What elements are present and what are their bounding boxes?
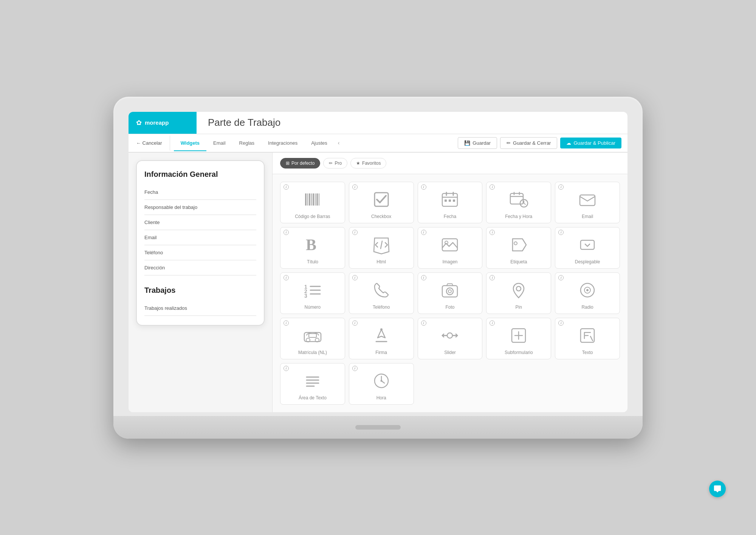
tab-integraciones[interactable]: Integraciones <box>261 136 304 151</box>
svg-line-25 <box>381 241 382 249</box>
svg-rect-36 <box>442 286 457 297</box>
svg-line-22 <box>524 203 525 204</box>
widget-label-area-texto: Área de Texto <box>299 395 327 400</box>
widget-filters: ⊞ Por defecto ✏ Pro ★ Favoritos <box>273 153 627 174</box>
filter-por-defecto[interactable]: ⊞ Por defecto <box>280 158 320 169</box>
form-field-direccion: Dirección <box>144 260 256 275</box>
widget-codigo-barras[interactable]: i <box>280 182 345 223</box>
widget-info-icon: i <box>490 320 495 326</box>
svg-point-38 <box>448 290 451 293</box>
filter-favoritos-label: Favoritos <box>362 161 381 166</box>
widget-icon-area-texto <box>301 370 324 392</box>
widget-icon-hora <box>370 370 393 392</box>
widget-imagen[interactable]: i Imagen <box>418 227 483 269</box>
form-field-responsable: Responsable del trabajo <box>144 200 256 215</box>
tab-widgets[interactable]: Widgets <box>174 136 206 151</box>
brand: ✿ moreapp <box>129 112 197 134</box>
filter-favoritos[interactable]: ★ Favoritos <box>350 158 386 169</box>
widget-html[interactable]: i Html <box>349 227 414 269</box>
laptop-screen: ✿ moreapp Parte de Trabajo ← Cancelar Wi… <box>129 112 627 412</box>
widget-info-icon: i <box>490 184 495 190</box>
widget-etiqueta[interactable]: i Etiqueta <box>486 227 551 269</box>
svg-rect-0 <box>305 193 307 206</box>
topbar: ✿ moreapp Parte de Trabajo <box>129 112 627 134</box>
widget-info-icon: i <box>490 275 495 280</box>
widget-info-icon: i <box>558 230 564 235</box>
widget-info-icon: i <box>352 320 358 326</box>
widget-label-radio: Radio <box>581 305 593 310</box>
widget-matricula[interactable]: i Matrícula (NL) <box>280 318 345 359</box>
widget-firma[interactable]: i Firma <box>349 318 414 359</box>
widget-numero[interactable]: i 1 2 3 Núm <box>280 272 345 314</box>
save-close-label: Guardar & Cerrar <box>513 140 551 146</box>
form-section2-title: Trabajos <box>144 286 256 295</box>
widget-info-icon: i <box>284 366 289 371</box>
widget-icon-numero: 1 2 3 <box>301 279 324 302</box>
svg-point-37 <box>446 288 453 295</box>
widget-label-firma: Firma <box>375 350 387 355</box>
widget-telefono[interactable]: i Teléfono <box>349 272 414 314</box>
publish-button[interactable]: ☁ Guardar & Publicar <box>560 138 621 148</box>
widget-label-fecha: Fecha <box>444 214 456 219</box>
widget-label-slider: Slider <box>444 350 456 355</box>
laptop-container: ✿ moreapp Parte de Trabajo ← Cancelar Wi… <box>113 97 643 439</box>
tab-reglas[interactable]: Reglas <box>232 136 261 151</box>
publish-icon: ☁ <box>566 140 571 146</box>
widget-fecha[interactable]: i <box>418 182 483 223</box>
filter-pro[interactable]: ✏ Pro <box>323 158 347 169</box>
widget-pin[interactable]: i Pin <box>486 272 551 314</box>
widget-icon-barcode <box>301 188 324 211</box>
widget-icon-telefono <box>370 279 393 302</box>
form-section1-title: Información General <box>144 170 256 179</box>
widget-label-imagen: Imagen <box>442 259 457 264</box>
svg-rect-23 <box>580 195 595 206</box>
widget-info-icon: i <box>352 275 358 280</box>
widget-area-texto[interactable]: i Área de Texto <box>280 363 345 405</box>
pen-icon: ✏ <box>329 161 333 166</box>
widget-label-html: Html <box>376 259 386 264</box>
svg-point-48 <box>380 328 383 331</box>
save-button[interactable]: 💾 Guardar <box>458 137 497 149</box>
widget-icon-etiqueta <box>507 233 530 256</box>
save-label: Guardar <box>472 140 491 146</box>
widget-radio[interactable]: i Radio <box>555 272 620 314</box>
chat-button[interactable] <box>709 481 726 497</box>
svg-rect-16 <box>510 193 523 204</box>
tab-ajustes[interactable]: Ajustes <box>304 136 334 151</box>
widget-titulo[interactable]: i B Título <box>280 227 345 269</box>
svg-rect-7 <box>319 193 319 206</box>
widget-hora[interactable]: i Hora <box>349 363 414 405</box>
widget-fecha-hora[interactable]: i <box>486 182 551 223</box>
widget-icon-imagen <box>438 233 461 256</box>
svg-point-28 <box>514 242 517 245</box>
form-field-email: Email <box>144 230 256 245</box>
widget-info-icon: i <box>284 230 289 235</box>
widget-info-icon: i <box>558 184 564 190</box>
widget-icon-texto <box>576 324 599 347</box>
widget-subformulario[interactable]: i Subformulario <box>486 318 551 359</box>
form-section2: Trabajos Trabajos realizados <box>144 283 256 316</box>
widget-icon-firma <box>370 324 393 347</box>
widget-icon-radio <box>576 279 599 302</box>
widget-label-checkbox: Checkbox <box>371 214 391 219</box>
cancel-button[interactable]: ← Cancelar <box>129 136 170 150</box>
widget-checkbox[interactable]: i Checkbox <box>349 182 414 223</box>
widget-info-icon: i <box>421 275 426 280</box>
widget-label-numero: Número <box>305 305 321 310</box>
brand-name: moreapp <box>145 119 169 126</box>
widget-email[interactable]: i Email <box>555 182 620 223</box>
star-icon: ★ <box>356 161 360 166</box>
widget-icon-email <box>576 188 599 211</box>
widget-info-icon: i <box>421 230 426 235</box>
widget-info-icon: i <box>558 320 564 326</box>
nav-arrow-left[interactable]: ‹ <box>334 135 344 150</box>
tab-email[interactable]: Email <box>206 136 232 151</box>
svg-text:3: 3 <box>304 293 307 299</box>
save-close-button[interactable]: ✏ Guardar & Cerrar <box>500 137 557 149</box>
widget-desplegable[interactable]: i Desplegable <box>555 227 620 269</box>
widget-texto[interactable]: i Texto <box>555 318 620 359</box>
widget-foto[interactable]: i Foto <box>418 272 483 314</box>
widget-icon-html <box>370 233 393 256</box>
widget-slider[interactable]: i Slider <box>418 318 483 359</box>
widget-label-subformulario: Subformulario <box>505 350 533 355</box>
